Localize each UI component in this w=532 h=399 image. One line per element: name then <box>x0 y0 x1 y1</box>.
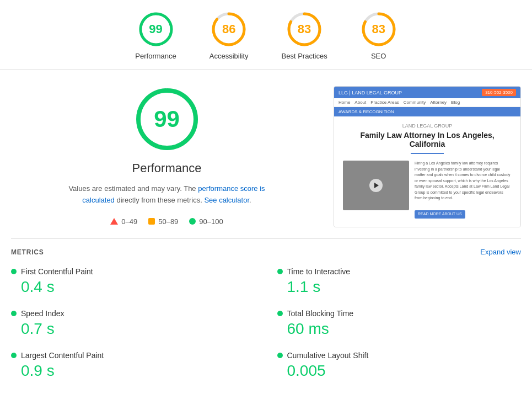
screenshot-video <box>343 161 409 210</box>
score-item-seo[interactable]: 83 SEO <box>361 11 397 60</box>
average-icon <box>148 218 155 225</box>
expand-view-link[interactable]: Expand view <box>480 248 521 256</box>
awards-bar: AWARDS & RECOGNITION <box>334 107 520 116</box>
metric-fcp-header: First Contentful Paint <box>11 267 255 276</box>
screenshot-content: Hiring a Los Angeles family law attorney… <box>343 161 512 219</box>
score-circle-performance: 99 <box>138 11 174 47</box>
score-item-accessibility[interactable]: 86 Accessibility <box>209 11 249 60</box>
site-screenshot: LLG | LAND LEGAL GROUP 310-552-3500 Home… <box>334 86 521 227</box>
performance-description: Values are estimated and may vary. The p… <box>57 183 277 206</box>
metric-tbt: Total Blocking Time 60 ms <box>277 309 522 338</box>
metric-tti-header: Time to Interactive <box>277 267 522 276</box>
metrics-title: METRICS <box>11 248 44 256</box>
metric-lcp-dot <box>11 353 17 358</box>
metric-lcp-header: Largest Contentful Paint <box>11 351 255 360</box>
metric-si-header: Speed Index <box>11 309 255 318</box>
metric-si: Speed Index 0.7 s <box>11 309 255 338</box>
metric-tbt-dot <box>277 311 283 316</box>
screenshot-nav: Home About Practice Areas Community Atto… <box>334 98 520 107</box>
metric-tbt-value: 60 ms <box>277 320 522 338</box>
score-circle-accessibility: 86 <box>211 11 247 47</box>
metric-fcp-name: First Contentful Paint <box>21 267 93 276</box>
nav-item-3: Practice Areas <box>370 100 399 105</box>
play-button <box>369 179 383 192</box>
metrics-grid: First Contentful Paint 0.4 s Time to Int… <box>11 267 521 380</box>
metric-lcp-value: 0.9 s <box>11 362 255 380</box>
metric-cls-value: 0.005 <box>277 362 522 380</box>
performance-title: Performance <box>132 161 202 175</box>
metric-si-value: 0.7 s <box>11 320 255 338</box>
score-circle-seo: 83 <box>361 11 397 47</box>
nav-item-6: Blog <box>451 100 460 105</box>
score-circle-best-practices: 83 <box>286 11 323 47</box>
screenshot-body: LAND LEGAL GROUP Family Law Attorney In … <box>334 116 520 227</box>
metric-fcp: First Contentful Paint 0.4 s <box>11 267 255 296</box>
desc-end: . <box>249 196 251 204</box>
site-main-title: Family Law Attorney In Los Angeles, Cali… <box>343 131 512 148</box>
metric-cls-dot <box>277 353 283 358</box>
legend-average: 50–89 <box>148 217 178 226</box>
screenshot-text: Hiring a Los Angeles family law attorney… <box>415 161 512 219</box>
firm-name: LLG | LAND LEGAL GROUP <box>338 90 402 95</box>
nav-item-1: Home <box>338 100 350 105</box>
awards-label: AWARDS & RECOGNITION <box>338 109 394 114</box>
metric-lcp: Largest Contentful Paint 0.9 s <box>11 351 255 380</box>
desc-text-2: directly from these metrics. <box>115 196 205 204</box>
left-panel: 99 Performance Values are estimated and … <box>11 86 323 227</box>
score-item-performance[interactable]: 99 Performance <box>135 11 176 60</box>
legend-fail: 0–49 <box>110 217 137 226</box>
desc-text-1: Values are estimated and may vary. The <box>68 184 198 193</box>
nav-item-4: Community <box>404 100 426 105</box>
fail-icon <box>110 218 118 225</box>
metric-fcp-value: 0.4 s <box>11 278 255 296</box>
site-brand: LAND LEGAL GROUP <box>343 123 512 129</box>
legend-pass: 90–100 <box>189 217 223 226</box>
pass-range: 90–100 <box>199 217 223 226</box>
metric-cls-name: Cumulative Layout Shift <box>287 351 369 360</box>
nav-item-2: About <box>354 100 366 105</box>
big-score-circle: 99 <box>134 86 200 152</box>
metric-si-name: Speed Index <box>21 309 65 318</box>
metric-si-dot <box>11 311 17 316</box>
screenshot-cta-btn: READ MORE ABOUT US <box>415 210 465 219</box>
metric-cls-header: Cumulative Layout Shift <box>277 351 522 360</box>
metric-tti-dot <box>277 269 283 274</box>
title-underline <box>411 153 444 154</box>
metric-tti-value: 1.1 s <box>277 278 522 296</box>
metric-tbt-name: Total Blocking Time <box>287 309 354 318</box>
metric-fcp-dot <box>11 269 17 274</box>
metric-lcp-name: Largest Contentful Paint <box>21 351 104 360</box>
average-range: 50–89 <box>158 217 178 226</box>
metric-tti-name: Time to Interactive <box>287 267 351 276</box>
score-bar: 99 Performance 86 Accessibility 83 Best … <box>0 0 532 70</box>
main-content: 99 Performance Values are estimated and … <box>0 70 532 238</box>
calculator-link[interactable]: See calculator <box>204 196 249 204</box>
nav-item-5: Attorney <box>430 100 447 105</box>
pass-icon <box>189 218 196 225</box>
score-item-best-practices[interactable]: 83 Best Practices <box>282 11 327 60</box>
right-panel: LLG | LAND LEGAL GROUP 310-552-3500 Home… <box>334 86 521 227</box>
metrics-section: METRICS Expand view First Contentful Pai… <box>0 239 532 389</box>
fail-range: 0–49 <box>121 217 137 226</box>
phone-number: 310-552-3500 <box>482 89 516 96</box>
metrics-header: METRICS Expand view <box>11 248 521 256</box>
metric-tti: Time to Interactive 1.1 s <box>277 267 522 296</box>
metric-tbt-header: Total Blocking Time <box>277 309 522 318</box>
score-legend: 0–49 50–89 90–100 <box>110 217 223 226</box>
metric-cls: Cumulative Layout Shift 0.005 <box>277 351 522 380</box>
screenshot-header: LLG | LAND LEGAL GROUP 310-552-3500 <box>334 87 520 98</box>
